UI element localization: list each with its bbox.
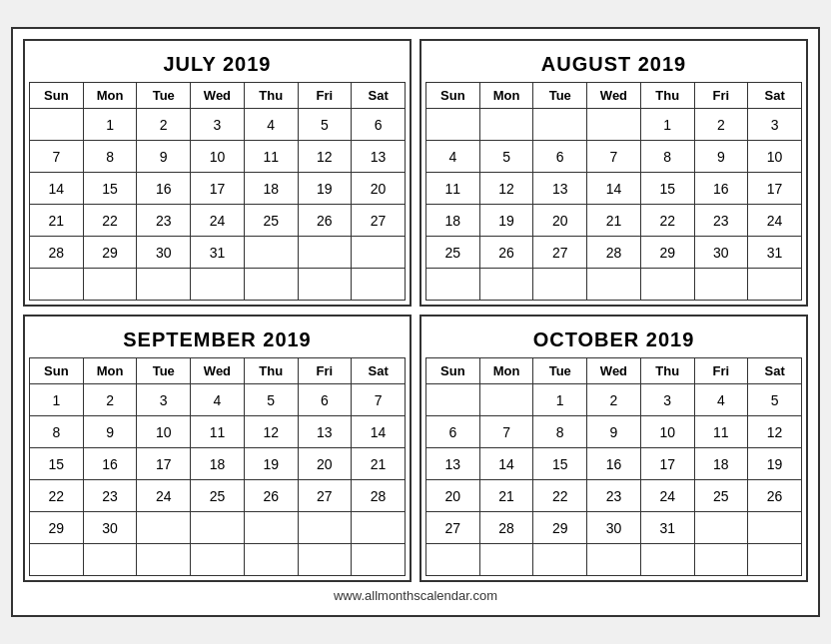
- day-cell: 20: [426, 480, 480, 512]
- day-cell: 10: [640, 416, 694, 448]
- day-cell: 13: [426, 448, 480, 480]
- footer: www.allmonthscalendar.com: [23, 582, 808, 605]
- week-row: 13141516171819: [426, 448, 802, 480]
- day-cell: 30: [587, 512, 641, 544]
- day-cell: [426, 544, 480, 576]
- day-cell: [748, 544, 802, 576]
- day-cell: 17: [748, 173, 802, 205]
- day-cell: 9: [83, 416, 137, 448]
- day-cell: 31: [748, 237, 802, 269]
- day-cell: [298, 544, 352, 576]
- day-cell: [479, 269, 533, 301]
- calendar-august-2019: AUGUST 2019SunMonTueWedThuFriSat12345678…: [419, 39, 808, 307]
- day-cell: [694, 544, 748, 576]
- day-cell: 15: [30, 448, 84, 480]
- day-cell: 16: [587, 448, 641, 480]
- day-cell: 6: [533, 141, 587, 173]
- day-cell: 27: [426, 512, 480, 544]
- week-row: 45678910: [426, 141, 802, 173]
- day-cell: 29: [83, 237, 137, 269]
- day-header-wed: Wed: [191, 83, 245, 109]
- day-cell: 8: [83, 141, 137, 173]
- day-cell: 29: [30, 512, 84, 544]
- day-cell: [298, 237, 352, 269]
- week-row: 2930: [30, 512, 406, 544]
- day-cell: 26: [298, 205, 352, 237]
- day-cell: 3: [640, 384, 694, 416]
- day-cell: 12: [244, 416, 298, 448]
- day-cell: 17: [640, 448, 694, 480]
- day-cell: 19: [298, 173, 352, 205]
- day-cell: 26: [748, 480, 802, 512]
- day-cell: 4: [426, 141, 480, 173]
- day-cell: 11: [191, 416, 245, 448]
- day-cell: 23: [587, 480, 641, 512]
- day-cell: 5: [748, 384, 802, 416]
- day-cell: [479, 384, 533, 416]
- day-cell: [533, 269, 587, 301]
- day-cell: 4: [694, 384, 748, 416]
- day-cell: 15: [83, 173, 137, 205]
- day-cell: 15: [533, 448, 587, 480]
- week-row: 12345: [426, 384, 802, 416]
- day-cell: 2: [587, 384, 641, 416]
- day-cell: 12: [298, 141, 352, 173]
- day-cell: 13: [533, 173, 587, 205]
- day-header-sun: Sun: [426, 358, 480, 384]
- day-cell: [426, 384, 480, 416]
- day-cell: 6: [298, 384, 352, 416]
- week-row: 123456: [30, 109, 406, 141]
- week-row: 25262728293031: [426, 237, 802, 269]
- week-row: [30, 269, 406, 301]
- day-cell: [83, 544, 137, 576]
- day-header-thu: Thu: [640, 358, 694, 384]
- week-row: 1234567: [30, 384, 406, 416]
- day-cell: [479, 544, 533, 576]
- day-cell: 2: [694, 109, 748, 141]
- day-cell: [426, 109, 480, 141]
- day-cell: 20: [298, 448, 352, 480]
- day-cell: 7: [352, 384, 406, 416]
- day-cell: [533, 109, 587, 141]
- day-cell: 6: [426, 416, 480, 448]
- day-cell: 30: [137, 237, 191, 269]
- day-cell: 17: [191, 173, 245, 205]
- day-cell: 23: [83, 480, 137, 512]
- calendar-title-september-2019: SEPTEMBER 2019: [29, 321, 406, 357]
- day-cell: [694, 512, 748, 544]
- day-header-thu: Thu: [640, 83, 694, 109]
- day-cell: 31: [191, 237, 245, 269]
- day-cell: [191, 544, 245, 576]
- day-header-fri: Fri: [694, 83, 748, 109]
- calendars-grid: JULY 2019SunMonTueWedThuFriSat1234567891…: [23, 39, 808, 582]
- week-row: 11121314151617: [426, 173, 802, 205]
- day-cell: 3: [191, 109, 245, 141]
- cal-table-august-2019: SunMonTueWedThuFriSat1234567891011121314…: [425, 82, 802, 301]
- day-cell: 9: [694, 141, 748, 173]
- day-cell: 24: [640, 480, 694, 512]
- day-header-sun: Sun: [426, 83, 480, 109]
- footer-url: www.allmonthscalendar.com: [334, 588, 497, 603]
- day-cell: [426, 269, 480, 301]
- day-cell: 12: [748, 416, 802, 448]
- day-cell: 7: [479, 416, 533, 448]
- day-cell: [694, 269, 748, 301]
- day-cell: [191, 512, 245, 544]
- day-cell: 5: [298, 109, 352, 141]
- day-cell: 17: [137, 448, 191, 480]
- day-header-sat: Sat: [748, 358, 802, 384]
- day-cell: 14: [587, 173, 641, 205]
- day-cell: 10: [137, 416, 191, 448]
- day-cell: 14: [30, 173, 84, 205]
- day-cell: [352, 512, 406, 544]
- day-cell: [298, 512, 352, 544]
- calendar-october-2019: OCTOBER 2019SunMonTueWedThuFriSat1234567…: [419, 315, 808, 582]
- day-cell: 24: [748, 205, 802, 237]
- week-row: 14151617181920: [30, 173, 406, 205]
- day-header-mon: Mon: [83, 83, 137, 109]
- day-cell: 11: [694, 416, 748, 448]
- cal-table-july-2019: SunMonTueWedThuFriSat1234567891011121314…: [29, 82, 406, 301]
- day-cell: 8: [30, 416, 84, 448]
- day-cell: 19: [244, 448, 298, 480]
- day-cell: 29: [640, 237, 694, 269]
